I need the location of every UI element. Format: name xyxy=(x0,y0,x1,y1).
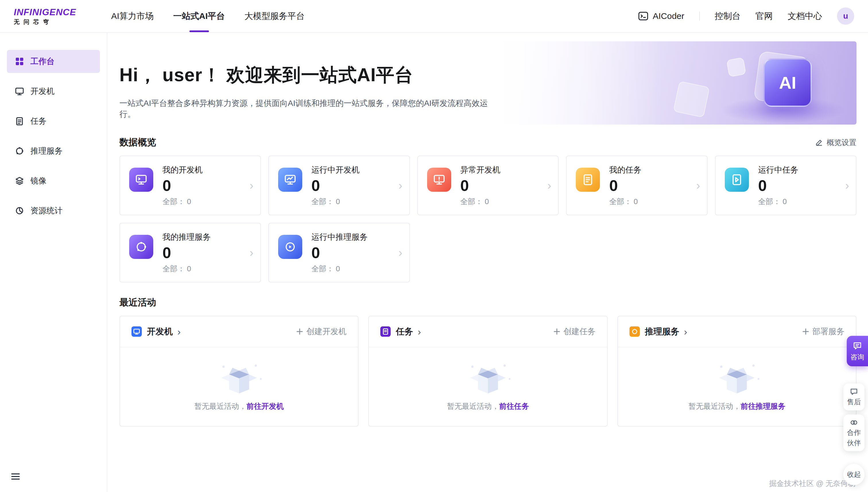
dev-machine-error-tile-icon xyxy=(427,168,451,192)
chevron-right-icon: › xyxy=(696,180,700,191)
empty-box-illustration xyxy=(463,362,513,399)
nav-item-compute-market[interactable]: AI算力市场 xyxy=(101,0,163,32)
stat-card-running-inference-services[interactable]: 运行中推理服务 0 全部： 0 › xyxy=(268,223,410,282)
chat-icon xyxy=(853,341,862,350)
inference-icon xyxy=(15,146,24,155)
overview-section-title: 数据概览 xyxy=(119,136,156,149)
sidebar-item-label: 镜像 xyxy=(30,175,47,186)
partner-icon xyxy=(850,419,858,426)
goto-dev-machine-link[interactable]: 前往开发机 xyxy=(247,402,284,411)
stat-value: 0 xyxy=(609,176,641,195)
sidebar-item-inference[interactable]: 推理服务 xyxy=(7,140,100,163)
inference-running-tile-icon xyxy=(278,235,302,259)
empty-box-illustration xyxy=(712,362,762,399)
official-site-link[interactable]: 官网 xyxy=(755,10,773,22)
stat-card-my-tasks[interactable]: 我的任务 0 全部： 0 › xyxy=(566,155,708,215)
after-sales-button[interactable]: 售后 xyxy=(843,384,865,411)
create-task-button[interactable]: 创建任务 xyxy=(553,326,596,337)
recent-activity-grid: 开发机 › 创建开发机 暂无最 xyxy=(119,316,857,426)
chevron-right-icon[interactable]: › xyxy=(177,327,180,337)
empty-text: 暂无最近活动， xyxy=(194,402,247,411)
stat-card-my-inference-services[interactable]: 我的推理服务 0 全部： 0 › xyxy=(119,223,261,282)
dev-machine-tile-icon xyxy=(129,168,153,192)
consult-button[interactable]: 咨询 xyxy=(847,336,868,366)
stat-value: 0 xyxy=(758,176,798,195)
hero-banner: AI xyxy=(504,41,857,125)
tasks-icon xyxy=(15,117,24,126)
stat-title: 我的开发机 xyxy=(163,164,203,176)
chevron-right-icon[interactable]: › xyxy=(684,327,687,337)
sidebar-collapse-icon[interactable] xyxy=(10,471,21,484)
resource-stats-icon xyxy=(15,206,24,215)
recent-card-title[interactable]: 开发机 xyxy=(147,326,173,338)
sidebar-item-dev-machine[interactable]: 开发机 xyxy=(7,80,100,103)
goto-tasks-link[interactable]: 前往任务 xyxy=(499,402,529,411)
aicoder-link[interactable]: AICoder xyxy=(638,10,684,22)
overview-settings-button[interactable]: 概览设置 xyxy=(815,138,857,148)
empty-text: 暂无最近活动， xyxy=(688,402,741,411)
stat-title: 我的任务 xyxy=(609,164,641,176)
chevron-right-icon: › xyxy=(249,180,253,191)
sidebar-item-tasks[interactable]: 任务 xyxy=(7,109,100,132)
sidebar-item-label: 推理服务 xyxy=(30,146,63,156)
recent-card-title[interactable]: 任务 xyxy=(396,326,413,338)
sidebar-item-resource-stats[interactable]: 资源统计 xyxy=(7,199,100,222)
stat-card-my-dev-machines[interactable]: 我的开发机 0 全部： 0 › xyxy=(119,155,261,215)
goto-inference-link[interactable]: 前往推理服务 xyxy=(741,402,785,411)
stat-value: 0 xyxy=(461,176,501,195)
collapse-label: 收起 xyxy=(847,470,861,479)
recent-card-title[interactable]: 推理服务 xyxy=(645,326,679,338)
stats-grid: 我的开发机 0 全部： 0 › 运行中开发机 0 全部： 0 › 异常开 xyxy=(119,155,857,282)
partner-button[interactable]: 合作 伙伴 xyxy=(843,415,865,451)
brand-subtitle: 无问芯穹 xyxy=(14,19,76,25)
welcome-title: Hi， user！ 欢迎来到一站式AI平台 xyxy=(119,63,504,88)
brand-logo[interactable]: INFINIGENCE 无问芯穹 xyxy=(14,7,76,25)
chevron-right-icon[interactable]: › xyxy=(418,327,421,337)
hero-section: Hi， user！ 欢迎来到一站式AI平台 一站式AI平台整合多种异构算力资源，… xyxy=(119,33,857,125)
stat-value: 0 xyxy=(163,243,211,262)
recent-card-inference: 推理服务 › 部署服务 暂无最 xyxy=(617,316,857,426)
sidebar-item-label: 工作台 xyxy=(30,56,54,67)
partner-label-line1: 合作 xyxy=(847,428,861,437)
chevron-right-icon: › xyxy=(249,247,253,259)
sidebar-item-label: 任务 xyxy=(30,116,47,127)
task-running-tile-icon xyxy=(725,168,749,192)
sidebar-item-workbench[interactable]: 工作台 xyxy=(7,50,100,73)
recent-card-dev-machine: 开发机 › 创建开发机 暂无最 xyxy=(119,316,358,426)
dev-machine-mini-icon xyxy=(131,326,142,337)
recent-section-title: 最近活动 xyxy=(119,296,156,309)
stat-card-running-dev-machines[interactable]: 运行中开发机 0 全部： 0 › xyxy=(268,155,410,215)
overview-settings-label: 概览设置 xyxy=(827,138,857,148)
stat-total: 全部： 0 xyxy=(312,196,359,207)
stat-title: 异常开发机 xyxy=(461,164,501,176)
console-link[interactable]: 控制台 xyxy=(715,10,741,22)
aicoder-icon xyxy=(638,10,649,22)
support-chat-icon xyxy=(850,388,858,396)
images-icon xyxy=(15,176,24,186)
chevron-right-icon: › xyxy=(398,180,402,191)
stat-card-error-dev-machines[interactable]: 异常开发机 0 全部： 0 › xyxy=(417,155,559,215)
nav-item-one-stop-ai-platform[interactable]: 一站式AI平台 xyxy=(164,0,235,32)
action-label: 部署服务 xyxy=(812,326,844,337)
collapse-widgets-button[interactable]: 收起 xyxy=(843,464,865,485)
stat-total: 全部： 0 xyxy=(609,196,641,207)
banner-ai-cube: AI xyxy=(764,58,812,107)
deploy-service-button[interactable]: 部署服务 xyxy=(802,326,844,337)
user-avatar[interactable]: u xyxy=(837,7,854,25)
create-dev-machine-button[interactable]: 创建开发机 xyxy=(296,326,346,337)
nav-item-llm-service-platform[interactable]: 大模型服务平台 xyxy=(235,0,315,32)
dev-machine-icon xyxy=(15,87,24,96)
after-sales-label: 售后 xyxy=(847,397,861,407)
banner-decoration xyxy=(673,81,710,118)
sidebar-item-images[interactable]: 镜像 xyxy=(7,169,100,192)
recent-card-tasks: 任务 › 创建任务 暂无最近活 xyxy=(368,316,607,426)
stat-total: 全部： 0 xyxy=(758,196,798,207)
main-content: Hi， user！ 欢迎来到一站式AI平台 一站式AI平台整合多种异构算力资源，… xyxy=(108,33,868,492)
docs-link[interactable]: 文档中心 xyxy=(788,10,822,22)
consult-label: 咨询 xyxy=(850,352,864,362)
chevron-right-icon: › xyxy=(398,247,402,259)
stat-title: 运行中开发机 xyxy=(312,164,359,176)
welcome-subtitle: 一站式AI平台整合多种异构算力资源，提供面向AI训练和推理的一站式服务，保障您的… xyxy=(119,98,504,120)
stat-card-running-tasks[interactable]: 运行中任务 0 全部： 0 › xyxy=(715,155,857,215)
stat-value: 0 xyxy=(312,243,368,262)
